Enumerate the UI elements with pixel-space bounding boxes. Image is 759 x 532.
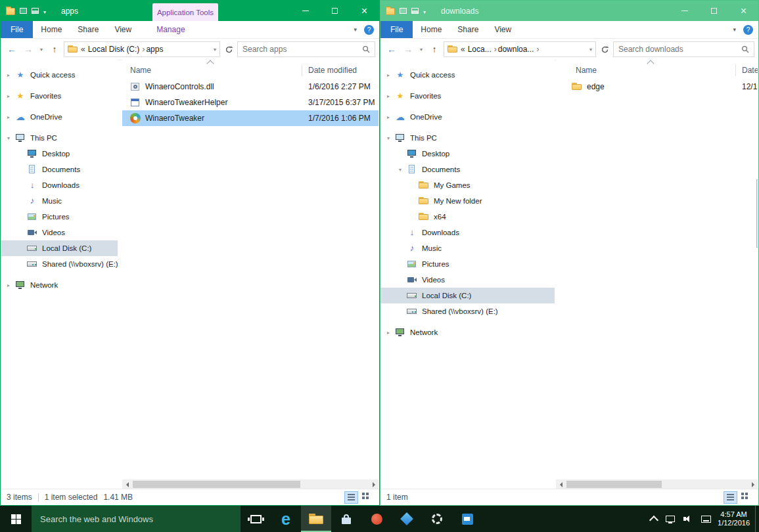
expand-ribbon-chevron-icon[interactable]: ▾ (354, 26, 357, 33)
back-button[interactable]: ← (5, 44, 19, 55)
refresh-button[interactable] (222, 45, 235, 54)
ribbon-tab[interactable]: Home (413, 21, 449, 38)
qat-folder-icon[interactable] (386, 8, 395, 15)
scroll-right-arrow[interactable] (748, 479, 758, 489)
breadcrumb-segment[interactable]: Local Disk (C:)› (88, 45, 145, 54)
sidebar-item[interactable]: Documents (1, 162, 118, 177)
ribbon-tab[interactable]: Manage (149, 21, 193, 38)
breadcrumb-overflow[interactable]: « (461, 45, 465, 54)
minimize-button[interactable] (670, 1, 699, 21)
file-row[interactable]: WinaeroTweaker 1/7/2016 1:06 PM (122, 110, 379, 126)
refresh-button[interactable] (598, 45, 611, 54)
sidebar-item[interactable]: ▾ This PC (380, 130, 555, 146)
sidebar-item[interactable]: Videos (380, 272, 555, 288)
back-button[interactable]: ← (384, 44, 399, 55)
qat-box2-icon[interactable] (411, 8, 419, 14)
search-input[interactable]: Search apps (237, 41, 375, 57)
ribbon-tab[interactable]: File (380, 21, 413, 38)
address-dropdown-chevron-icon[interactable]: ▾ (214, 47, 216, 53)
sidebar-item[interactable]: ▸ Quick access (380, 67, 555, 83)
taskbar-search-input[interactable]: Search the web and Windows (32, 506, 241, 532)
sidebar-item[interactable]: ▸ Favorites (1, 88, 118, 104)
scroll-left-arrow[interactable] (556, 479, 566, 489)
expand-chevron-icon[interactable]: ▸ (7, 93, 15, 99)
breadcrumb-segment[interactable]: apps (146, 45, 166, 54)
up-button[interactable]: ↑ (47, 44, 62, 55)
expand-chevron-icon[interactable]: ▸ (387, 72, 395, 78)
expand-chevron-icon[interactable]: ▾ (399, 167, 407, 173)
horizontal-scrollbar[interactable] (122, 479, 379, 489)
qat-chevron-icon[interactable] (43, 7, 46, 16)
scrollbar-thumb[interactable] (133, 481, 300, 488)
scroll-left-arrow[interactable] (122, 479, 132, 489)
file-row[interactable]: WinaeroTweakerHelper 3/17/2015 6:37 PM (122, 95, 379, 110)
sidebar-item[interactable]: Shared (\\vboxsrv) (E:) (1, 256, 118, 272)
column-header-date-modified[interactable]: Date modified (308, 66, 357, 75)
sidebar-item[interactable]: ▾ Documents (380, 162, 555, 177)
breadcrumb[interactable]: « Loca...›downloa...› ▾ (444, 41, 596, 57)
qat-chevron-icon[interactable] (423, 7, 426, 16)
ribbon-tab[interactable]: Share (449, 21, 486, 38)
sidebar-item[interactable]: ▸ Favorites (380, 88, 555, 104)
help-icon[interactable] (743, 25, 753, 35)
up-button[interactable]: ↑ (427, 44, 442, 55)
expand-chevron-icon[interactable]: ▸ (387, 330, 395, 336)
tray-kb-icon[interactable] (701, 516, 711, 523)
tray-chevron-icon[interactable] (649, 515, 658, 524)
file-row[interactable]: edge 12/15/2015 (556, 79, 758, 95)
breadcrumb-overflow[interactable]: « (81, 45, 85, 54)
ribbon-tab[interactable]: View (106, 21, 139, 38)
taskbar-clock[interactable]: 4:57 AM 1/12/2016 (712, 506, 755, 532)
address-dropdown-chevron-icon[interactable]: ▾ (589, 47, 592, 53)
history-chevron-icon[interactable]: ▾ (37, 47, 45, 53)
taskbar-app-button[interactable] (301, 506, 331, 532)
horizontal-scrollbar[interactable] (556, 479, 758, 489)
sidebar-item[interactable]: Local Disk (C:) (1, 240, 118, 256)
sidebar-item[interactable]: Downloads (1, 177, 118, 193)
ribbon-tab[interactable]: File (1, 21, 33, 38)
expand-ribbon-chevron-icon[interactable]: ▾ (733, 26, 736, 33)
column-header-name[interactable]: Name (576, 66, 597, 75)
ribbon-tab[interactable]: Share (70, 21, 106, 38)
sidebar-item[interactable]: Desktop (380, 146, 555, 162)
scrollbar-thumb[interactable] (566, 481, 662, 488)
qat-box-icon[interactable] (20, 8, 27, 14)
sidebar-item[interactable]: Shared (\\vboxsrv) (E:) (380, 303, 555, 319)
close-button[interactable] (350, 1, 379, 21)
taskbar-app-button[interactable] (392, 506, 422, 532)
qat-folder-icon[interactable] (6, 8, 15, 15)
maximize-button[interactable] (320, 1, 350, 21)
expand-chevron-icon[interactable]: ▸ (7, 72, 15, 78)
minimize-button[interactable] (290, 1, 320, 21)
tray-volume-icon[interactable] (683, 515, 693, 523)
contextual-tab-group[interactable]: Application Tools (152, 3, 218, 21)
search-input[interactable]: Search downloads (613, 41, 754, 57)
sidebar-item[interactable]: Music (380, 240, 555, 256)
details-view-button[interactable] (724, 491, 737, 504)
sidebar-item[interactable]: ▾ This PC (1, 130, 118, 146)
start-button[interactable] (0, 506, 32, 532)
history-chevron-icon[interactable]: ▾ (417, 47, 425, 53)
column-header-date-modified[interactable]: Date modified (742, 66, 758, 75)
thumbnails-view-button[interactable] (359, 491, 373, 504)
details-view-button[interactable] (344, 491, 358, 504)
column-header-name[interactable]: Name (130, 66, 151, 75)
taskbar-app-button[interactable] (361, 506, 392, 532)
expand-chevron-icon[interactable]: ▸ (387, 114, 395, 120)
maximize-button[interactable] (699, 1, 729, 21)
sidebar-item[interactable]: ▸ Quick access (1, 67, 118, 83)
sidebar-item[interactable]: Desktop (1, 146, 118, 162)
expand-chevron-icon[interactable]: ▸ (7, 282, 15, 288)
forward-button[interactable]: → (21, 44, 35, 55)
help-icon[interactable] (364, 25, 374, 35)
expand-chevron-icon[interactable]: ▸ (387, 93, 395, 99)
scroll-right-arrow[interactable] (369, 479, 379, 489)
tray-network-icon[interactable] (666, 516, 675, 522)
sidebar-item[interactable]: ▸ Network (380, 324, 555, 340)
sidebar-item[interactable]: ▸ OneDrive (1, 109, 118, 125)
show-desktop-button[interactable] (755, 506, 759, 532)
sidebar-item[interactable]: Videos (1, 225, 118, 240)
breadcrumb-segment[interactable]: downloa...› (498, 45, 540, 54)
sidebar-item[interactable]: Local Disk (C:) (380, 288, 555, 303)
sidebar-item[interactable]: ▸ OneDrive (380, 109, 555, 125)
